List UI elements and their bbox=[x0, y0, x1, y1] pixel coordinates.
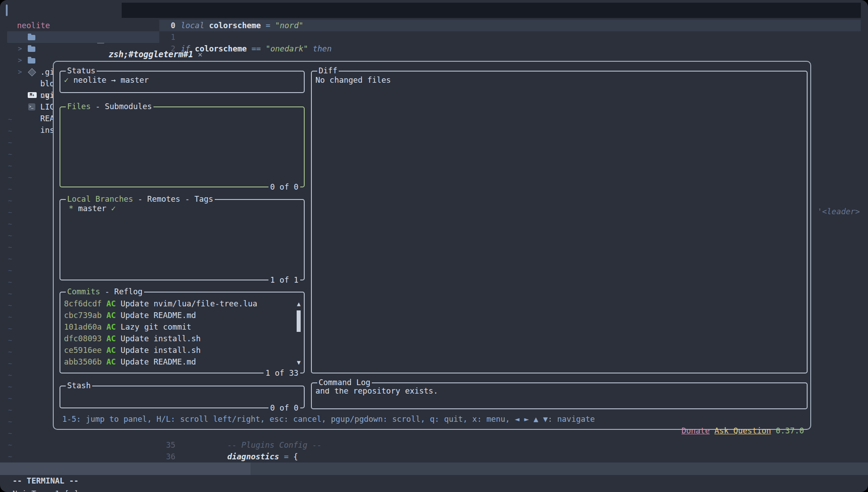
scroll-up-icon[interactable]: ▲ bbox=[297, 301, 301, 307]
commit-row[interactable]: dfc08093 AC Update install.sh bbox=[60, 333, 304, 344]
tabline-filler bbox=[122, 3, 861, 18]
code-line-1: 1 bbox=[159, 31, 861, 43]
commit-row[interactable]: 101ad60a AC Lazy git commit bbox=[60, 321, 304, 333]
tree-root-name: neolite bbox=[7, 20, 169, 31]
diff-content: No changed files bbox=[312, 72, 807, 85]
branches-panel[interactable]: Local Branches - Remotes - Tags * master… bbox=[60, 199, 305, 280]
commits-count: 1 of 33 bbox=[264, 368, 300, 379]
check-icon: ✓ bbox=[106, 204, 116, 213]
version-label: 0.37.0 bbox=[776, 426, 804, 435]
background-code-leader: '<leader> bbox=[817, 206, 860, 217]
files-panel-title: Files - Submodules bbox=[66, 101, 153, 112]
tabline: zsh;#toggleterm#1× bbox=[0, 3, 868, 18]
stash-count: 0 of 0 bbox=[268, 403, 300, 414]
tab-indicator-bar bbox=[6, 4, 8, 16]
code-line-35: 35-- Plugins Config -- bbox=[159, 439, 861, 451]
star-icon: * bbox=[64, 204, 78, 213]
screen: zsh;#toggleterm#1× neolite > .git > blob… bbox=[0, 0, 868, 492]
folder-icon bbox=[28, 47, 35, 52]
donate-link[interactable]: Donate bbox=[681, 426, 710, 435]
statusline-buffer-name: NvimTree_1 [-] bbox=[13, 488, 79, 492]
footer-links: DonateAsk Question0.37.0 bbox=[644, 413, 804, 425]
stash-panel-title: Stash bbox=[66, 380, 92, 391]
diff-panel[interactable]: Diff No changed files bbox=[311, 71, 808, 373]
empty-buffer-tildes: ~ ~ ~ ~ ~ ~ ~ ~ ~ ~ ~ ~ ~ ~ ~ ~ ~ ~ ~ ~ … bbox=[8, 114, 12, 462]
files-panel[interactable]: Files - Submodules 0 of 0 bbox=[60, 106, 305, 187]
command-log-title: Command Log bbox=[317, 377, 372, 388]
commit-list: 8cf6dcdf AC Update nvim/lua/file-tree.lu… bbox=[60, 293, 304, 368]
branches-count: 1 of 1 bbox=[268, 275, 300, 286]
code-line-0: 0local colorscheme = "nord" bbox=[159, 20, 861, 31]
status-panel-title: Status bbox=[66, 65, 97, 76]
code-line-36: 36diagnostics = { bbox=[159, 451, 861, 462]
statusline-active-segment bbox=[0, 462, 251, 475]
markdown-icon: M↓ bbox=[28, 91, 36, 99]
key-icon bbox=[28, 80, 36, 88]
neovim-window: zsh;#toggleterm#1× neolite > .git > blob… bbox=[0, 0, 868, 492]
commits-panel[interactable]: Commits - Reflog 8cf6dcdf AC Update nvim… bbox=[60, 292, 305, 373]
folder-icon bbox=[28, 58, 35, 64]
files-count: 0 of 0 bbox=[268, 182, 300, 193]
commit-row[interactable]: 8cf6dcdf AC Update nvim/lua/file-tree.lu… bbox=[60, 298, 304, 310]
tree-item-blob-folder[interactable]: > blob bbox=[7, 43, 159, 55]
commits-panel-title: Commits - Reflog bbox=[66, 286, 144, 297]
diff-panel-title: Diff bbox=[317, 65, 339, 76]
code-line-2: 2if colorscheme == "onedark" then bbox=[159, 43, 861, 55]
commit-row[interactable]: ce5916ee AC Update install.sh bbox=[60, 344, 304, 356]
command-log-panel[interactable]: Command Log and the repository exists. bbox=[311, 382, 808, 409]
scrollbar-thumb[interactable] bbox=[297, 310, 301, 332]
status-branch-line: ✓ neolite → master bbox=[60, 72, 304, 85]
statusline: NvimTree_1 [-] 2:1 colorschemes.lua 1:1 bbox=[0, 462, 868, 475]
gitignore-icon bbox=[28, 68, 36, 76]
ask-question-link[interactable]: Ask Question bbox=[715, 426, 771, 435]
branches-panel-title: Local Branches - Remotes - Tags bbox=[66, 194, 215, 205]
status-panel[interactable]: Status ✓ neolite → master bbox=[60, 71, 305, 93]
lazygit-floating-window: Status ✓ neolite → master Files - Submod… bbox=[53, 61, 811, 430]
stash-panel[interactable]: Stash 0 of 0 bbox=[60, 386, 305, 408]
tree-item-git-folder[interactable]: > .git bbox=[7, 31, 159, 43]
terminal-script-icon: >_ bbox=[28, 103, 36, 111]
command-log-content: and the repository exists. bbox=[312, 383, 807, 395]
check-icon: ✓ bbox=[64, 76, 69, 85]
scroll-down-icon[interactable]: ▼ bbox=[297, 359, 301, 365]
commit-row[interactable]: abb3506b AC Update README.md bbox=[60, 356, 304, 368]
mode-indicator: -- TERMINAL -- bbox=[13, 475, 79, 487]
commit-row[interactable]: cbc739ab AC Update README.md bbox=[60, 310, 304, 321]
folder-icon bbox=[28, 35, 35, 40]
